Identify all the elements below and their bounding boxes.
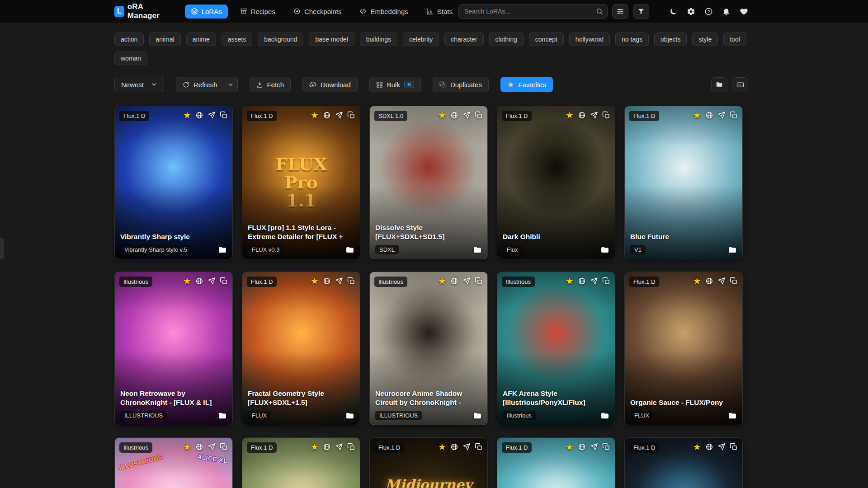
send-icon[interactable] <box>717 111 726 119</box>
lora-card[interactable]: Flux.1 D ★ <box>624 437 743 488</box>
globe-icon[interactable] <box>450 111 458 119</box>
copy-icon[interactable] <box>220 111 228 119</box>
filter-sliders-button[interactable] <box>612 4 628 19</box>
globe-icon[interactable] <box>450 443 458 451</box>
folder-icon[interactable] <box>218 245 227 254</box>
folder-icon[interactable] <box>345 245 354 254</box>
send-icon[interactable] <box>590 443 598 451</box>
tag-filter[interactable]: anime <box>186 33 216 46</box>
copy-icon[interactable] <box>220 277 228 285</box>
lora-card[interactable]: ILLUSTRIOUS ALICE XL Illustrious ★ <box>114 437 233 488</box>
copy-icon[interactable] <box>602 443 610 451</box>
folder-icon[interactable] <box>600 245 609 254</box>
favorite-star-icon[interactable]: ★ <box>693 442 701 451</box>
copy-icon[interactable] <box>602 111 610 119</box>
favorite-star-icon[interactable]: ★ <box>311 277 319 286</box>
favorite-star-icon[interactable]: ★ <box>693 277 701 286</box>
nav-item-checkpoints[interactable]: Checkpoints <box>288 5 348 19</box>
tag-filter[interactable]: animal <box>149 33 180 46</box>
favorite-star-icon[interactable]: ★ <box>438 277 446 286</box>
copy-icon[interactable] <box>347 443 355 451</box>
send-icon[interactable] <box>208 277 216 285</box>
globe-icon[interactable] <box>705 277 713 285</box>
lora-card[interactable]: Illustrious ★ Neon Retrowave by ChronoKn… <box>114 272 233 425</box>
copy-icon[interactable] <box>475 443 483 451</box>
send-icon[interactable] <box>590 111 598 119</box>
send-icon[interactable] <box>717 443 726 451</box>
lora-card[interactable]: Illustrious ★ AFK Arena Style [Illustrio… <box>497 272 615 425</box>
tag-filter[interactable]: concept <box>529 33 564 46</box>
send-icon[interactable] <box>335 443 343 451</box>
lora-card[interactable]: Midjourney meets Flux.1 D ★ <box>369 437 488 488</box>
theme-moon-icon[interactable] <box>669 7 678 16</box>
folder-icon[interactable] <box>473 411 482 420</box>
favorite-star-icon[interactable]: ★ <box>311 442 319 451</box>
refresh-button[interactable]: Refresh <box>176 77 224 92</box>
favorite-star-icon[interactable]: ★ <box>566 442 574 451</box>
bulk-button[interactable]: Bulk B <box>369 77 421 92</box>
copy-icon[interactable] <box>220 443 228 451</box>
copy-icon[interactable] <box>347 111 355 119</box>
favorite-star-icon[interactable]: ★ <box>311 111 319 120</box>
side-panel-handle[interactable] <box>0 238 4 259</box>
send-icon[interactable] <box>208 443 216 451</box>
send-icon[interactable] <box>462 277 471 285</box>
lora-card[interactable]: Flux.1 D ★ Blue Future V1 <box>624 106 743 259</box>
settings-gear-icon[interactable] <box>687 7 695 16</box>
copy-icon[interactable] <box>602 277 610 285</box>
copy-icon[interactable] <box>730 277 738 285</box>
favorite-star-icon[interactable]: ★ <box>438 111 446 120</box>
lora-card[interactable]: FLUX Pro 1.1 Flux.1 D ★ FLUX [pro] 1.1 S… <box>242 106 360 259</box>
favorite-star-icon[interactable]: ★ <box>183 442 191 451</box>
send-icon[interactable] <box>462 111 471 119</box>
download-button[interactable]: Download <box>302 77 358 92</box>
send-icon[interactable] <box>462 443 471 451</box>
globe-icon[interactable] <box>705 443 713 451</box>
tag-filter[interactable]: no tags <box>615 33 649 46</box>
globe-icon[interactable] <box>450 277 458 285</box>
folder-icon[interactable] <box>728 411 737 420</box>
favorites-heart-icon[interactable] <box>740 7 748 16</box>
globe-icon[interactable] <box>323 277 331 285</box>
tag-filter[interactable]: clothing <box>489 33 524 46</box>
nav-item-embeddings[interactable]: Embeddings <box>354 5 414 19</box>
copy-icon[interactable] <box>475 277 483 285</box>
folder-view-button[interactable] <box>711 77 727 92</box>
tag-filter[interactable]: action <box>114 33 144 46</box>
lora-card[interactable]: Flux.1 D ★ <box>242 437 360 488</box>
nav-item-recipes[interactable]: Recipes <box>234 5 281 19</box>
refresh-options-button[interactable] <box>224 77 238 92</box>
tag-filter[interactable]: objects <box>654 33 687 46</box>
globe-icon[interactable] <box>323 111 331 119</box>
favorite-star-icon[interactable]: ★ <box>183 111 191 120</box>
send-icon[interactable] <box>208 111 216 119</box>
tag-filter[interactable]: celebrity <box>403 33 439 46</box>
globe-icon[interactable] <box>705 111 713 119</box>
favorite-star-icon[interactable]: ★ <box>183 277 191 286</box>
send-icon[interactable] <box>335 111 343 119</box>
lora-card[interactable]: Flux.1 D ★ Dark Ghibli Flux <box>497 106 615 259</box>
keyboard-shortcuts-button[interactable] <box>732 77 748 92</box>
duplicates-button[interactable]: Duplicates <box>433 77 489 92</box>
folder-icon[interactable] <box>600 411 609 420</box>
favorite-star-icon[interactable]: ★ <box>438 442 446 451</box>
search-input[interactable] <box>458 4 608 19</box>
lora-card[interactable]: SDXL 1.0 ★ Dissolve Style [FLUX+SDXL+SD1… <box>369 106 488 259</box>
copy-icon[interactable] <box>730 443 738 451</box>
globe-icon[interactable] <box>578 111 586 119</box>
folder-icon[interactable] <box>345 411 354 420</box>
send-icon[interactable] <box>717 277 726 285</box>
lora-card[interactable]: Flux.1 D ★ Vibrantly Sharp style Vibrant… <box>114 106 233 259</box>
globe-icon[interactable] <box>578 277 586 285</box>
favorite-star-icon[interactable]: ★ <box>566 111 574 120</box>
lora-card[interactable]: Flux.1 D ★ Organic Sauce - FLUX/Pony FLU… <box>624 272 743 425</box>
tag-filter[interactable]: background <box>258 33 303 46</box>
lora-card[interactable]: Flux.1 D ★ <box>497 437 615 488</box>
tag-filter[interactable]: woman <box>114 52 147 65</box>
favorite-star-icon[interactable]: ★ <box>693 111 701 120</box>
tag-filter[interactable]: buildings <box>360 33 397 46</box>
search-icon[interactable] <box>596 8 603 15</box>
folder-icon[interactable] <box>473 245 482 254</box>
help-icon[interactable]: ? <box>704 7 713 16</box>
globe-icon[interactable] <box>323 443 331 451</box>
